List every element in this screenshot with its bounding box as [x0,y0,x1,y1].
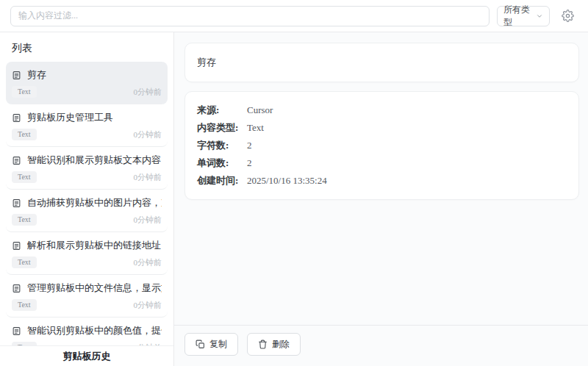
item-time: 0分钟前 [134,172,162,183]
list-header: 列表 [0,32,173,62]
document-icon [12,241,21,251]
meta-value: 2 [247,154,252,172]
type-filter-label: 所有类型 [503,4,536,29]
item-type-badge: Text [12,171,37,183]
meta-label: 内容类型: [197,119,247,137]
list-item[interactable]: 智能识别和展示剪贴板文本内容、支持... Text 0分钟前 [6,147,168,190]
sidebar: 列表 剪存 Text 0分钟前 剪贴板历史管理工具 Text [0,32,174,366]
document-icon [12,156,21,165]
list-item[interactable]: 解析和展示剪贴板中的链接地址，自动... Text 0分钟前 [6,232,168,275]
meta-label: 字符数: [197,137,247,154]
meta-value: 2 [247,137,252,154]
item-title: 剪存 [27,68,46,82]
content-preview-card: 剪存 [184,43,579,82]
item-type-badge: Text [12,299,37,311]
meta-value: 2025/10/16 13:35:24 [247,172,327,190]
item-time: 0分钟前 [134,129,162,140]
detail-panel: 剪存 来源: Cursor 内容类型: Text 字符数: 2 单词数: 2 [174,32,588,366]
document-icon [12,113,21,123]
topbar: 所有类型 [0,0,588,32]
meta-label: 来源: [197,101,247,119]
detail-body: 剪存 来源: Cursor 内容类型: Text 字符数: 2 单词数: 2 [174,32,588,325]
item-type-badge: Text [12,86,37,98]
item-title: 智能识别剪贴板中的颜色值，提供可视... [27,324,162,337]
meta-value: Cursor [247,101,273,119]
meta-row-source: 来源: Cursor [197,101,567,119]
document-icon [12,284,21,293]
item-type-badge: Text [12,214,37,226]
main-area: 列表 剪存 Text 0分钟前 剪贴板历史管理工具 Text [0,32,588,366]
copy-button-label: 复制 [209,338,227,351]
meta-label: 创建时间: [197,172,247,190]
item-time: 0分钟前 [134,215,162,226]
item-title: 智能识别和展示剪贴板文本内容、支持... [27,154,162,167]
chevron-down-icon [536,12,543,20]
metadata-card: 来源: Cursor 内容类型: Text 字符数: 2 单词数: 2 创建时间… [184,91,579,200]
meta-value: Text [247,119,264,137]
document-icon [12,198,21,208]
action-bar: 复制 删除 [174,325,588,366]
meta-row-created-time: 创建时间: 2025/10/16 13:35:24 [197,172,567,190]
item-time: 0分钟前 [134,300,162,311]
list-item[interactable]: 剪贴板历史管理工具 Text 0分钟前 [6,104,168,147]
list-item[interactable]: 管理剪贴板中的文件信息，显示文件大... Text 0分钟前 [6,275,168,317]
copy-button[interactable]: 复制 [184,333,238,356]
item-title: 剪贴板历史管理工具 [27,111,113,124]
type-filter-dropdown[interactable]: 所有类型 [497,6,550,26]
list-item[interactable]: 剪存 Text 0分钟前 [6,62,168,104]
item-title: 管理剪贴板中的文件信息，显示文件大... [27,281,162,295]
item-time: 0分钟前 [134,87,162,98]
content-text: 剪存 [197,57,216,68]
item-time: 0分钟前 [134,257,162,268]
gear-icon [562,10,574,22]
search-input[interactable] [10,6,490,26]
item-type-badge: Text [12,129,37,140]
list-item[interactable]: 自动捕获剪贴板中的图片内容，支持预... Text 0分钟前 [6,190,168,232]
meta-row-content-type: 内容类型: Text [197,119,567,137]
list-item[interactable]: 智能识别剪贴板中的颜色值，提供可视... Text 0分钟前 [6,317,168,345]
item-type-badge: Text [12,256,37,268]
app-title: 剪贴板历史 [0,345,173,366]
meta-label: 单词数: [197,154,247,172]
item-title: 解析和展示剪贴板中的链接地址，自动... [27,239,162,252]
delete-button[interactable]: 删除 [247,333,301,356]
meta-row-word-count: 单词数: 2 [197,154,567,172]
trash-icon [258,340,268,349]
document-icon [12,71,21,80]
clipboard-list: 剪存 Text 0分钟前 剪贴板历史管理工具 Text 0分钟前 [0,62,173,345]
settings-button[interactable] [557,6,578,26]
copy-icon [196,340,205,349]
delete-button-label: 删除 [272,338,290,351]
document-icon [12,326,21,336]
meta-row-char-count: 字符数: 2 [197,137,567,154]
item-title: 自动捕获剪贴板中的图片内容，支持预... [27,196,162,209]
